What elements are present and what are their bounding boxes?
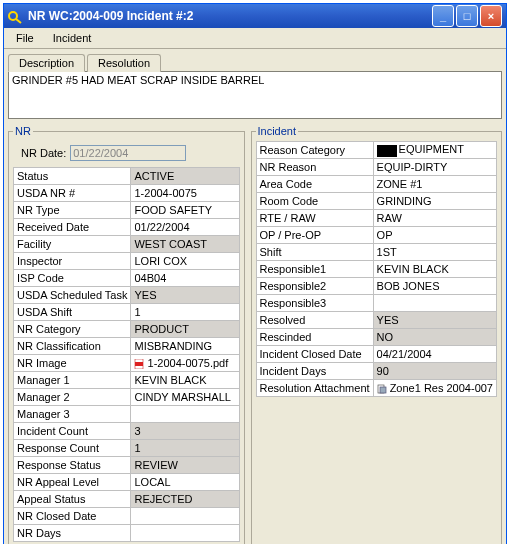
table-row: FacilityWEST COAST xyxy=(14,236,240,253)
field-label: Incident Days xyxy=(256,363,373,380)
field-label: Responsible3 xyxy=(256,295,373,312)
field-value: BOB JONES xyxy=(373,278,496,295)
titlebar: NR WC:2004-009 Incident #:2 _ □ × xyxy=(4,4,506,28)
app-icon xyxy=(8,8,24,24)
field-label: Responsible1 xyxy=(256,261,373,278)
field-value: 01/22/2004 xyxy=(131,219,239,236)
table-row: Reason CategoryEQUIPMENT xyxy=(256,142,497,159)
field-value: OP xyxy=(373,227,496,244)
field-value: ZONE #1 xyxy=(373,176,496,193)
field-value: 1 xyxy=(131,440,239,457)
table-row: Resolution Attachment Zone1 Res 2004-007 xyxy=(256,380,497,397)
table-row: Response StatusREVIEW xyxy=(14,457,240,474)
content-area: Description Resolution GRINDER #5 HAD ME… xyxy=(4,49,506,544)
menu-incident[interactable]: Incident xyxy=(45,30,100,46)
field-value: REVIEW xyxy=(131,457,239,474)
table-row: Responsible2BOB JONES xyxy=(256,278,497,295)
field-value xyxy=(131,406,239,423)
field-label: NR Days xyxy=(14,525,131,542)
description-textarea[interactable]: GRINDER #5 HAD MEAT SCRAP INSIDE BARREL xyxy=(8,71,502,119)
svg-point-0 xyxy=(9,12,17,20)
field-label: Resolution Attachment xyxy=(256,380,373,397)
table-row: StatusACTIVE xyxy=(14,168,240,185)
table-row: Area CodeZONE #1 xyxy=(256,176,497,193)
field-value: PRODUCT xyxy=(131,321,239,338)
field-label: OP / Pre-OP xyxy=(256,227,373,244)
table-row: Appeal StatusREJECTED xyxy=(14,491,240,508)
field-label: Manager 1 xyxy=(14,372,131,389)
table-row: NR ClassificationMISBRANDING xyxy=(14,338,240,355)
table-row: InspectorLORI COX xyxy=(14,253,240,270)
field-value: 1ST xyxy=(373,244,496,261)
maximize-button[interactable]: □ xyxy=(456,5,478,27)
field-value xyxy=(131,508,239,525)
table-row: ResolvedYES xyxy=(256,312,497,329)
table-row: Manager 1KEVIN BLACK xyxy=(14,372,240,389)
table-row: USDA Shift1 xyxy=(14,304,240,321)
svg-rect-5 xyxy=(380,387,386,393)
field-label: Rescinded xyxy=(256,329,373,346)
field-label: Shift xyxy=(256,244,373,261)
table-row: RescindedNO xyxy=(256,329,497,346)
tab-description[interactable]: Description xyxy=(8,54,85,72)
field-label: NR Appeal Level xyxy=(14,474,131,491)
attach-icon xyxy=(377,384,387,394)
field-value: Zone1 Res 2004-007 xyxy=(373,380,496,397)
field-label: USDA NR # xyxy=(14,185,131,202)
nr-date-label: NR Date: xyxy=(21,147,66,159)
field-label: NR Image xyxy=(14,355,131,372)
field-label: Incident Closed Date xyxy=(256,346,373,363)
field-value: WEST COAST xyxy=(131,236,239,253)
field-value xyxy=(131,525,239,542)
field-label: RTE / RAW xyxy=(256,210,373,227)
field-label: Manager 2 xyxy=(14,389,131,406)
field-label: Status xyxy=(14,168,131,185)
field-value: MISBRANDING xyxy=(131,338,239,355)
table-row: NR TypeFOOD SAFETY xyxy=(14,202,240,219)
field-value: EQUIP-DIRTY xyxy=(373,159,496,176)
field-value: GRINDING xyxy=(373,193,496,210)
svg-rect-3 xyxy=(135,362,143,366)
table-row: NR Closed Date xyxy=(14,508,240,525)
table-row: OP / Pre-OPOP xyxy=(256,227,497,244)
field-label: NR Closed Date xyxy=(14,508,131,525)
field-label: Appeal Status xyxy=(14,491,131,508)
field-label: Responsible2 xyxy=(256,278,373,295)
nr-group: NR NR Date: StatusACTIVEUSDA NR #1-2004-… xyxy=(8,125,245,544)
color-swatch xyxy=(377,145,397,157)
field-value: KEVIN BLACK xyxy=(131,372,239,389)
window-title: NR WC:2004-009 Incident #:2 xyxy=(28,9,432,23)
field-label: Inspector xyxy=(14,253,131,270)
field-value: ACTIVE xyxy=(131,168,239,185)
field-value: 3 xyxy=(131,423,239,440)
field-label: ISP Code xyxy=(14,270,131,287)
nr-date-input[interactable] xyxy=(70,145,186,161)
table-row: Incident Days90 xyxy=(256,363,497,380)
field-value: 1-2004-0075.pdf xyxy=(131,355,239,372)
field-value: LORI COX xyxy=(131,253,239,270)
field-label: NR Category xyxy=(14,321,131,338)
table-row: Room CodeGRINDING xyxy=(256,193,497,210)
table-row: USDA NR #1-2004-0075 xyxy=(14,185,240,202)
tab-resolution[interactable]: Resolution xyxy=(87,54,161,72)
table-row: ISP Code04B04 xyxy=(14,270,240,287)
field-value: 04B04 xyxy=(131,270,239,287)
close-button[interactable]: × xyxy=(480,5,502,27)
field-label: Facility xyxy=(14,236,131,253)
table-row: Received Date01/22/2004 xyxy=(14,219,240,236)
field-value: 1 xyxy=(131,304,239,321)
field-value: EQUIPMENT xyxy=(373,142,496,159)
field-value: RAW xyxy=(373,210,496,227)
table-row: Shift1ST xyxy=(256,244,497,261)
field-label: NR Type xyxy=(14,202,131,219)
minimize-button[interactable]: _ xyxy=(432,5,454,27)
menu-file[interactable]: File xyxy=(8,30,42,46)
table-row: USDA Scheduled TaskYES xyxy=(14,287,240,304)
incident-legend: Incident xyxy=(256,125,299,137)
table-row: Response Count1 xyxy=(14,440,240,457)
table-row: NR Image 1-2004-0075.pdf xyxy=(14,355,240,372)
field-value: CINDY MARSHALL xyxy=(131,389,239,406)
field-label: Response Status xyxy=(14,457,131,474)
pdf-icon xyxy=(134,359,144,369)
field-label: NR Classification xyxy=(14,338,131,355)
